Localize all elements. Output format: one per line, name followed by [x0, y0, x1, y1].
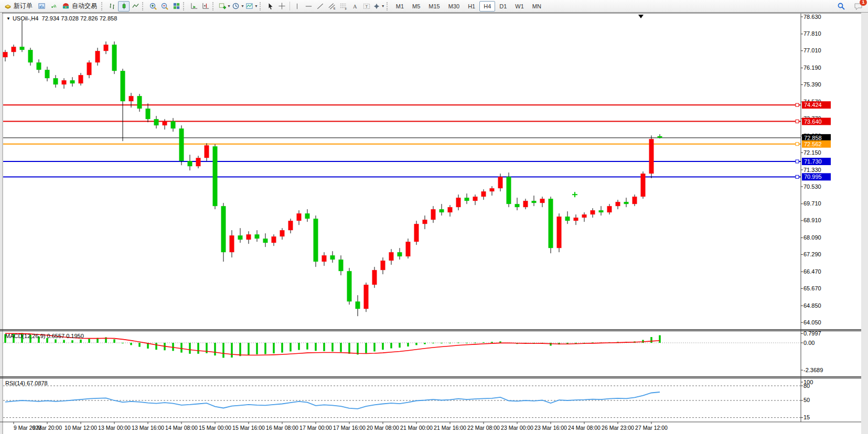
- vertical-line-button[interactable]: [292, 1, 303, 12]
- candlestick[interactable]: [398, 252, 402, 256]
- candlestick[interactable]: [448, 207, 453, 212]
- candlestick[interactable]: [616, 202, 620, 206]
- time-tick-label[interactable]: 14 Mar 08:00: [165, 425, 198, 431]
- candlestick[interactable]: [322, 255, 327, 262]
- candlestick[interactable]: [456, 198, 461, 207]
- label-button[interactable]: T: [361, 1, 372, 12]
- time-tick-label[interactable]: 24 Mar 08:00: [568, 425, 601, 431]
- chart-shift-button[interactable]: [200, 1, 211, 12]
- candlestick[interactable]: [272, 236, 276, 243]
- timeframe-h1-button[interactable]: H1: [464, 1, 479, 12]
- candlestick[interactable]: [490, 188, 495, 191]
- chart-window[interactable]: 78.63077.81077.01076.19075.39074.57073.7…: [0, 13, 861, 434]
- candlestick[interactable]: [28, 50, 33, 62]
- candlestick[interactable]: [137, 96, 142, 108]
- time-tick-label[interactable]: 23 Mar 00:00: [501, 425, 533, 431]
- time-tick-label[interactable]: 22 Mar 08:00: [467, 425, 500, 431]
- candlestick[interactable]: [473, 197, 478, 201]
- candlestick[interactable]: [238, 235, 243, 240]
- time-tick-label[interactable]: 17 Mar 00:00: [299, 425, 332, 431]
- candlestick[interactable]: [389, 252, 394, 261]
- panel-separator[interactable]: [0, 331, 861, 332]
- candlestick[interactable]: [649, 139, 654, 173]
- line-handle[interactable]: [796, 175, 799, 178]
- candlestick[interactable]: [599, 210, 604, 212]
- candlestick[interactable]: [498, 177, 503, 188]
- candlestick[interactable]: [591, 210, 595, 214]
- candlestick[interactable]: [356, 301, 360, 309]
- candlestick[interactable]: [339, 259, 344, 271]
- time-tick-label[interactable]: 23 Mar 16:00: [534, 425, 567, 431]
- candlestick[interactable]: [263, 238, 268, 243]
- indicators-button[interactable]: ▼: [218, 1, 231, 12]
- time-tick-label[interactable]: 21 Mar 00:00: [400, 425, 433, 431]
- candlestick[interactable]: [163, 121, 167, 125]
- timeframe-m15-button[interactable]: M15: [424, 1, 444, 12]
- candlestick-chart-button[interactable]: [118, 1, 130, 12]
- channel-button[interactable]: E: [326, 1, 338, 12]
- candlestick[interactable]: [62, 80, 67, 84]
- cursor-button[interactable]: [265, 1, 276, 12]
- search-button[interactable]: [835, 1, 847, 12]
- panel-separator[interactable]: [0, 329, 861, 330]
- timeframe-h4-button[interactable]: H4: [479, 1, 495, 12]
- time-tick-label[interactable]: 13 Mar 16:00: [132, 425, 164, 431]
- candlestick[interactable]: [658, 136, 662, 138]
- autotrading-button[interactable]: 自动交易: [59, 1, 100, 12]
- candlestick[interactable]: [423, 220, 427, 224]
- time-tick-label[interactable]: 9 Mar 20:00: [33, 425, 62, 431]
- candlestick[interactable]: [314, 219, 318, 262]
- candlestick[interactable]: [305, 213, 310, 219]
- zoom-in-button[interactable]: [147, 1, 159, 12]
- panel-separator[interactable]: [0, 378, 861, 379]
- candlestick[interactable]: [633, 197, 637, 204]
- candlestick[interactable]: [431, 209, 436, 220]
- candlestick[interactable]: [70, 80, 75, 83]
- candlestick[interactable]: [171, 121, 176, 128]
- candlestick[interactable]: [624, 202, 629, 204]
- candlestick[interactable]: [574, 218, 578, 221]
- candlestick[interactable]: [481, 191, 486, 197]
- line-handle[interactable]: [796, 120, 799, 123]
- line-handle[interactable]: [796, 160, 799, 163]
- candlestick[interactable]: [523, 201, 528, 207]
- timeframe-m5-button[interactable]: M5: [408, 1, 424, 12]
- candlestick[interactable]: [121, 71, 125, 101]
- candlestick[interactable]: [406, 242, 411, 256]
- line-handle[interactable]: [796, 143, 799, 146]
- auto-scroll-button[interactable]: [188, 1, 200, 12]
- candlestick[interactable]: [129, 96, 134, 101]
- candlestick[interactable]: [95, 51, 100, 62]
- candlestick[interactable]: [565, 216, 570, 221]
- candlestick[interactable]: [112, 45, 117, 71]
- candlestick[interactable]: [532, 201, 537, 203]
- periods-button[interactable]: ▼: [231, 1, 245, 12]
- candlestick[interactable]: [372, 270, 377, 285]
- candlestick[interactable]: [196, 158, 201, 166]
- trendline-button[interactable]: [315, 1, 326, 12]
- bar-chart-button[interactable]: [106, 1, 118, 12]
- candlestick[interactable]: [79, 75, 83, 83]
- candlestick[interactable]: [414, 224, 419, 242]
- candlestick[interactable]: [179, 128, 184, 161]
- candlestick[interactable]: [213, 146, 218, 206]
- timeframe-mn-button[interactable]: MN: [528, 1, 545, 12]
- time-tick-label[interactable]: 10 Mar 12:00: [65, 425, 97, 431]
- candlestick[interactable]: [549, 199, 553, 248]
- candlestick[interactable]: [87, 62, 92, 75]
- candlestick[interactable]: [557, 216, 562, 248]
- time-tick-label[interactable]: 15 Mar 16:00: [232, 425, 265, 431]
- candlestick[interactable]: [247, 234, 251, 240]
- candlestick[interactable]: [280, 230, 285, 236]
- time-tick-label[interactable]: 13 Mar 00:00: [98, 425, 131, 431]
- candlestick[interactable]: [540, 199, 545, 203]
- candlestick[interactable]: [188, 161, 192, 166]
- candlestick[interactable]: [230, 235, 234, 252]
- arrows-button[interactable]: ▼: [372, 1, 385, 12]
- horizontal-line-button[interactable]: [303, 1, 315, 12]
- time-tick-label[interactable]: 17 Mar 16:00: [333, 425, 366, 431]
- candlestick[interactable]: [288, 221, 293, 230]
- text-button[interactable]: A: [349, 1, 361, 12]
- notifications-button[interactable]: 1: [852, 1, 864, 12]
- line-chart-button[interactable]: [130, 1, 141, 12]
